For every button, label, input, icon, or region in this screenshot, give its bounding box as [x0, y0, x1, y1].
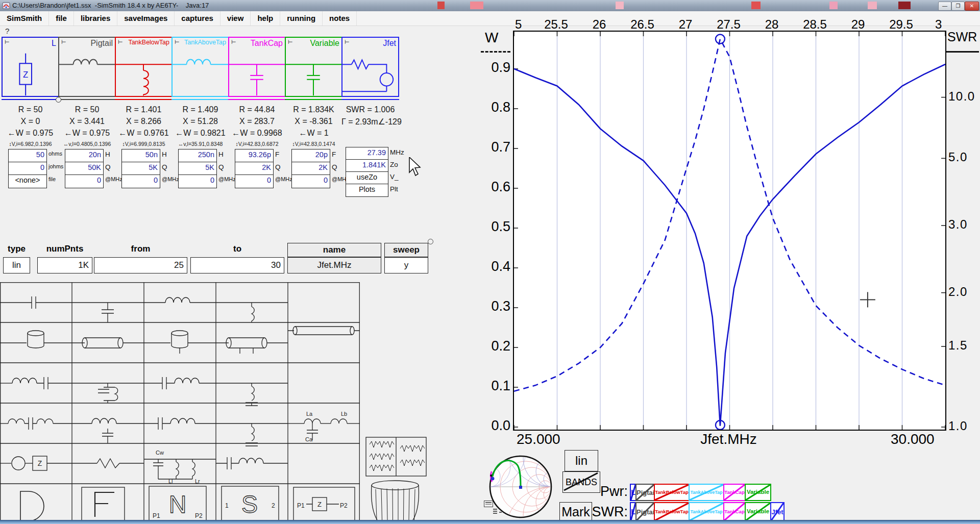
swr-legend-tankabovetap[interactable]: TankAboveTap	[689, 502, 724, 521]
field-jfet-Zo[interactable]: 1.841K	[346, 159, 388, 172]
field-l-file[interactable]: <none>	[8, 174, 47, 188]
field-value[interactable]: 50	[36, 151, 44, 159]
sweep-type-value[interactable]: lin	[3, 257, 30, 273]
component-palette[interactable]: LaLbCaZCwLlLrNP1P2S12P1ZP2	[0, 282, 360, 524]
field-pigtail-Q[interactable]: 50K	[65, 162, 104, 176]
field-tankabovetap-H[interactable]: 250n	[178, 149, 217, 163]
pwr-legend-tankbelowtap[interactable]: TankBelowTap	[654, 484, 690, 501]
component-tankbelowtap[interactable]: ⊢TankBelowTap	[115, 37, 173, 97]
field-value[interactable]: 0	[267, 176, 271, 184]
field-value[interactable]: 50n	[145, 151, 158, 159]
swr-legend-tankbelowtap[interactable]: TankBelowTap	[654, 502, 690, 521]
menu-item-running[interactable]: running	[280, 11, 323, 26]
field-l-ohms[interactable]: 50	[8, 149, 47, 163]
sweep-to-input[interactable]: 30	[190, 257, 284, 273]
lin-button[interactable]: lin	[565, 450, 598, 471]
minimize-button[interactable]: —	[938, 2, 951, 11]
field-tankabovetap-MHz[interactable]: 0	[178, 174, 217, 188]
field-value[interactable]: 0	[40, 163, 44, 171]
field-variable-F[interactable]: 20p	[291, 149, 330, 163]
field-value[interactable]: 5K	[205, 163, 214, 171]
field-value[interactable]: 250n	[198, 151, 214, 159]
field-variable-Q[interactable]: 2K	[291, 162, 330, 176]
readout-x-jfet: Γ = 2.93m∠-129	[341, 117, 399, 127]
mark-button[interactable]: Mark	[559, 502, 592, 521]
component-tankcap[interactable]: ⊢TankCap	[228, 37, 286, 97]
pwr-legend-variable[interactable]: Variable	[745, 484, 771, 501]
menu-item-saveimages[interactable]: saveImages	[117, 11, 175, 26]
menu-item-file[interactable]: file	[49, 11, 74, 26]
field-tankbelowtap-H[interactable]: 50n	[121, 149, 160, 163]
field-value[interactable]: 50K	[88, 163, 101, 171]
x-tick-5: 5	[515, 17, 522, 32]
menu-item-captures[interactable]: captures	[175, 11, 220, 26]
field-value[interactable]: 93.26p	[249, 151, 271, 159]
field-value[interactable]: 0	[210, 176, 214, 184]
field-value[interactable]: 0	[324, 176, 328, 184]
component-jfet[interactable]: ⊢Jfet	[341, 37, 399, 97]
field-value[interactable]: 5K	[149, 163, 158, 171]
field-value[interactable]: 27.39	[368, 148, 386, 157]
field-value[interactable]: useZo	[346, 173, 388, 181]
sweep-from-input[interactable]: 25	[94, 257, 187, 273]
field-jfet-Plt[interactable]: Plots	[346, 184, 388, 197]
swr-legend-pigtail[interactable]: Pigtail	[635, 502, 655, 521]
smith-tool-icon[interactable]	[484, 501, 493, 507]
menu-item-view[interactable]: view	[220, 11, 251, 26]
component-tankabovetap[interactable]: ⊢TankAboveTap	[172, 37, 229, 97]
swr-legend-tankcap[interactable]: TankCap	[723, 502, 746, 521]
swr-legend-jfet[interactable]: Jfet	[770, 502, 785, 521]
field-tankcap-MHz[interactable]: 0	[235, 174, 274, 188]
field-tankcap-Q[interactable]: 2K	[235, 162, 274, 176]
pwr-legend-pigtail[interactable]: Pigtail	[635, 484, 655, 501]
background-window-fragment	[616, 2, 624, 9]
field-pigtail-H[interactable]: 20n	[65, 149, 104, 163]
swr-legend-variable[interactable]: Variable	[745, 502, 771, 521]
svg-text:2: 2	[272, 502, 275, 509]
sweep-numpnts-input[interactable]: 1K	[37, 257, 92, 273]
field-jfet-V[interactable]: useZo	[346, 171, 388, 185]
component-l[interactable]: ⊢LZ	[2, 37, 59, 97]
svg-text:Ll: Ll	[168, 478, 173, 484]
field-value[interactable]: 2K	[318, 163, 328, 171]
field-jfet-MHz[interactable]: 27.39	[346, 147, 388, 160]
field-value[interactable]: 0	[97, 176, 101, 184]
component-variable[interactable]: ⊢Variable	[285, 37, 342, 97]
menu-item-help[interactable]: help	[251, 11, 280, 26]
field-value[interactable]: Plots	[346, 185, 388, 193]
menu-item-libraries[interactable]: libraries	[74, 11, 117, 26]
field-pigtail-MHz[interactable]: 0	[65, 174, 104, 188]
field-value[interactable]: <none>	[9, 176, 46, 184]
maximize-button[interactable]: ❐	[951, 2, 965, 11]
sweep-enable-toggle[interactable]: y	[384, 257, 428, 273]
sweep-name-value[interactable]: Jfet.MHz	[287, 257, 381, 273]
help-mark[interactable]: ?	[5, 27, 9, 35]
field-tankbelowtap-MHz[interactable]: 0	[121, 174, 160, 188]
smith-list-icon[interactable]	[493, 509, 503, 516]
window-bottom-scrollbar[interactable]	[0, 520, 980, 524]
menu-item-simsmith[interactable]: SimSmith	[0, 11, 49, 26]
title-bar[interactable]: C:\Users\Brandon\jfet1.ssx -SimSmith 18.…	[0, 0, 980, 12]
svg-text:Lr: Lr	[195, 478, 200, 484]
field-l-johms[interactable]: 0	[8, 162, 47, 176]
plot-area[interactable]	[513, 31, 946, 431]
component-pigtail[interactable]: ⊢Pigtail	[58, 37, 116, 97]
svg-text:Lb: Lb	[341, 411, 347, 417]
field-value[interactable]: 20n	[89, 151, 101, 159]
pwr-legend-tankabovetap[interactable]: TankAboveTap	[689, 484, 724, 501]
palette-extras[interactable]	[365, 436, 428, 524]
simsmith-window: C:\Users\Brandon\jfet1.ssx -SimSmith 18.…	[0, 0, 980, 524]
field-value[interactable]: 1.841K	[362, 161, 386, 169]
pwr-legend-tankcap[interactable]: TankCap	[723, 484, 746, 501]
field-tankabovetap-Q[interactable]: 5K	[178, 162, 217, 176]
field-value[interactable]: 20p	[315, 151, 328, 159]
field-variable-MHz[interactable]: 0	[291, 174, 330, 188]
field-tankcap-F[interactable]: 93.26p	[235, 149, 274, 163]
close-button[interactable]: ✕	[965, 2, 979, 11]
menu-item-notes[interactable]: notes	[323, 11, 357, 26]
field-tankbelowtap-Q[interactable]: 5K	[121, 162, 160, 176]
field-value[interactable]: 2K	[262, 163, 271, 171]
pin-icon: ⊢	[231, 39, 236, 45]
swr-tick-2.0: 2.0	[948, 285, 968, 299]
field-value[interactable]: 0	[154, 176, 158, 184]
